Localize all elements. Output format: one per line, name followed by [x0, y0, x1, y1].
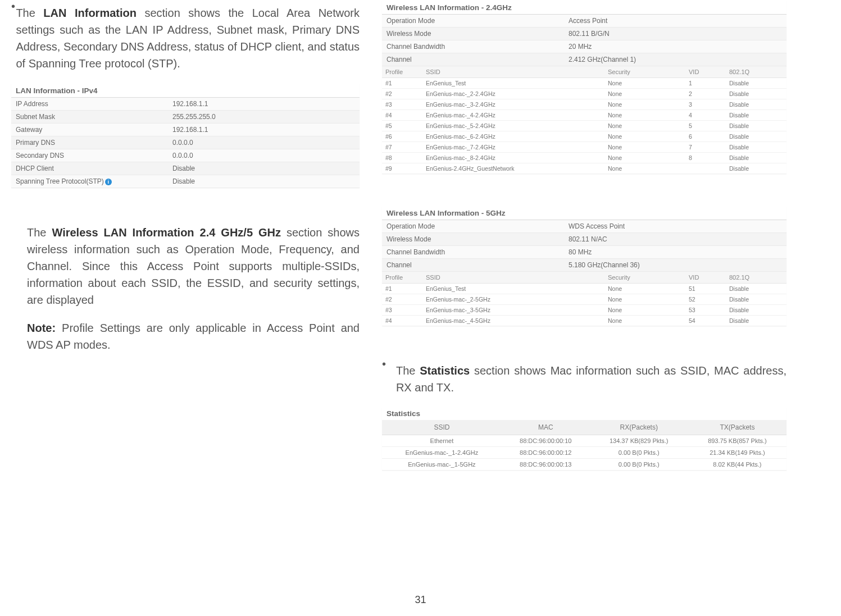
- ssid-header: VID: [685, 66, 726, 78]
- ssid-cell: EnGenius-mac-_3-5GHz: [422, 305, 604, 316]
- stats-header: SSID: [382, 420, 502, 435]
- ssid-cell: None: [604, 121, 685, 131]
- info-label: Channel: [382, 53, 564, 66]
- ssid-cell: Disable: [726, 121, 787, 131]
- ssid-header: 802.1Q: [726, 272, 787, 284]
- ssid-cell: #4: [382, 110, 422, 121]
- stats-cell: EnGenius-mac-_1-5GHz: [382, 459, 502, 471]
- ssid-cell: Disable: [726, 284, 787, 294]
- ssid-cell: #6: [382, 131, 422, 142]
- ssid-cell: None: [604, 163, 685, 174]
- ssid-cell: Disable: [726, 89, 787, 99]
- ssid-cell: None: [604, 142, 685, 153]
- ssid-cell: Disable: [726, 110, 787, 121]
- ssid-cell: None: [604, 316, 685, 326]
- stats-header: MAC: [502, 420, 590, 435]
- ssid-cell: 51: [685, 284, 726, 294]
- ssid-cell: EnGenius-mac-_3-2.4GHz: [422, 99, 604, 110]
- wlan5-title: Wireless LAN Information - 5GHz: [382, 206, 787, 220]
- ssid-cell: None: [604, 284, 685, 294]
- note-paragraph: Note: Profile Settings are only applicab…: [27, 320, 360, 353]
- wlan24-ssid-table: ProfileSSIDSecurityVID802.1Q#1EnGenius_T…: [382, 66, 787, 174]
- stats-cell: 88:DC:96:00:00:13: [502, 459, 590, 471]
- stats-header: RX(Packets): [590, 420, 688, 435]
- stats-cell: 893.75 KB(857 Pkts.): [688, 435, 787, 447]
- lan-info-table: IP Address192.168.1.1Subnet Mask255.255.…: [11, 98, 360, 188]
- info-icon[interactable]: i: [105, 179, 112, 185]
- ssid-cell: None: [604, 78, 685, 89]
- ssid-row: #4EnGenius-mac-_4-5GHzNone54Disable: [382, 316, 787, 326]
- info-label: Wireless Mode: [382, 28, 564, 40]
- ssid-cell: #5: [382, 121, 422, 131]
- info-value: 80 MHz: [564, 246, 787, 259]
- ssid-cell: EnGenius_Test: [422, 78, 604, 89]
- ssid-cell: 6: [685, 131, 726, 142]
- ssid-cell: #2: [382, 89, 422, 99]
- ssid-cell: #7: [382, 142, 422, 153]
- ssid-cell: 54: [685, 316, 726, 326]
- ssid-header: Security: [604, 272, 685, 284]
- ssid-cell: #9: [382, 163, 422, 174]
- ssid-cell: 52: [685, 294, 726, 305]
- info-label: Channel Bandwidth: [382, 246, 564, 259]
- ssid-cell: EnGenius-mac-_6-2.4GHz: [422, 131, 604, 142]
- stats-cell: EnGenius-mac-_1-2.4GHz: [382, 447, 502, 459]
- stats-cell: 21.34 KB(149 Pkts.): [688, 447, 787, 459]
- info-value: 20 MHz: [564, 40, 787, 53]
- info-value: 802.11 N/AC: [564, 233, 787, 246]
- ssid-cell: Disable: [726, 316, 787, 326]
- info-value: 2.412 GHz(Channel 1): [564, 53, 787, 66]
- ssid-cell: Disable: [726, 163, 787, 174]
- lan-row-label: IP Address: [11, 98, 168, 111]
- ssid-cell: None: [604, 305, 685, 316]
- ssid-cell: Disable: [726, 142, 787, 153]
- ssid-header: Security: [604, 66, 685, 78]
- ssid-cell: 5: [685, 121, 726, 131]
- ssid-header: Profile: [382, 66, 422, 78]
- info-label: Channel Bandwidth: [382, 40, 564, 53]
- ssid-cell: EnGenius_Test: [422, 284, 604, 294]
- lan-row-value: 0.0.0.0: [168, 149, 360, 162]
- statistics-paragraph: The Statistics section shows Mac informa…: [396, 362, 787, 396]
- lan-row-label: Secondary DNS: [11, 149, 168, 162]
- lan-info-panel: LAN Information - IPv4 IP Address192.168…: [11, 83, 360, 188]
- stats-header: TX(Packets: [688, 420, 787, 435]
- ssid-cell: 2: [685, 89, 726, 99]
- ssid-header: 802.1Q: [726, 66, 787, 78]
- ssid-row: #8EnGenius-mac-_8-2.4GHzNone8Disable: [382, 153, 787, 163]
- ssid-cell: #4: [382, 316, 422, 326]
- ssid-cell: Disable: [726, 131, 787, 142]
- ssid-row: #3EnGenius-mac-_3-5GHzNone53Disable: [382, 305, 787, 316]
- ssid-cell: EnGenius-mac-_2-2.4GHz: [422, 89, 604, 99]
- ssid-cell: 53: [685, 305, 726, 316]
- lan-row-value: 192.168.1.1: [168, 124, 360, 136]
- stats-row: EnGenius-mac-_1-5GHz88:DC:96:00:00:130.0…: [382, 459, 787, 471]
- lan-row-value: 0.0.0.0: [168, 136, 360, 149]
- ssid-row: #6EnGenius-mac-_6-2.4GHzNone6Disable: [382, 131, 787, 142]
- ssid-row: #1EnGenius_TestNone51Disable: [382, 284, 787, 294]
- ssid-cell: EnGenius-mac-_4-2.4GHz: [422, 110, 604, 121]
- ssid-cell: 4: [685, 110, 726, 121]
- ssid-cell: 1: [685, 78, 726, 89]
- lan-row-label: DHCP Client: [11, 162, 168, 175]
- info-label: Wireless Mode: [382, 233, 564, 246]
- ssid-cell: 7: [685, 142, 726, 153]
- ssid-cell: EnGenius-2.4GHz_GuestNetwork: [422, 163, 604, 174]
- stats-cell: 134.37 KB(829 Pkts.): [590, 435, 688, 447]
- ssid-header: Profile: [382, 272, 422, 284]
- ssid-row: #1EnGenius_TestNone1Disable: [382, 78, 787, 89]
- ssid-row: #7EnGenius-mac-_7-2.4GHzNone7Disable: [382, 142, 787, 153]
- wlan5-info-table: Operation ModeWDS Access PointWireless M…: [382, 220, 787, 272]
- stats-cell: 0.00 B(0 Pkts.): [590, 447, 688, 459]
- ssid-row: #2EnGenius-mac-_2-2.4GHzNone2Disable: [382, 89, 787, 99]
- ssid-cell: EnGenius-mac-_2-5GHz: [422, 294, 604, 305]
- ssid-cell: 8: [685, 153, 726, 163]
- ssid-cell: None: [604, 153, 685, 163]
- page-number: 31: [0, 594, 841, 606]
- ssid-cell: EnGenius-mac-_4-5GHz: [422, 316, 604, 326]
- ssid-cell: #8: [382, 153, 422, 163]
- ssid-cell: Disable: [726, 305, 787, 316]
- ssid-cell: None: [604, 89, 685, 99]
- wlan5-ssid-table: ProfileSSIDSecurityVID802.1Q#1EnGenius_T…: [382, 272, 787, 326]
- wlan-info-paragraph: The Wireless LAN Information 2.4 GHz/5 G…: [27, 224, 360, 308]
